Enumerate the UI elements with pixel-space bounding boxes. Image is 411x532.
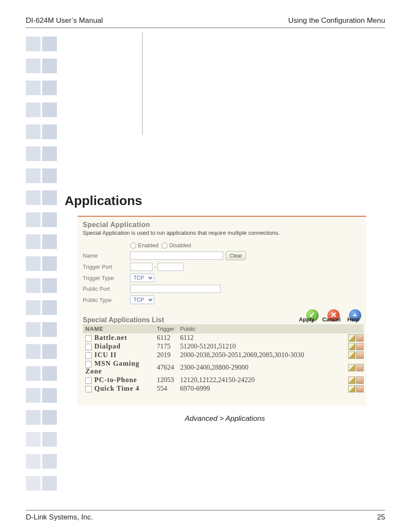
dash-label: - (153, 264, 158, 270)
row-checkbox[interactable] (85, 344, 92, 350)
screenshot-panel: Special Application Special Application … (78, 216, 366, 406)
public-port-label: Public Port (83, 286, 130, 292)
col-name: NAME (85, 326, 157, 332)
trigger-port-label: Trigger Port (83, 264, 130, 270)
table-row: Battle.net61126112 (83, 333, 364, 342)
delete-icon[interactable] (356, 364, 364, 371)
figure-caption: Advanced > Applications (65, 414, 385, 423)
delete-icon[interactable] (356, 352, 364, 359)
decorative-column-2 (42, 37, 57, 491)
footer-left: D-Link Systems, Inc. (26, 513, 93, 522)
edit-icon[interactable] (348, 376, 355, 384)
row-trigger: 7175 (157, 342, 180, 350)
cancel-label: Cancel (320, 316, 343, 323)
row-public: 2300-2400,28800-29000 (180, 364, 348, 371)
footer-right: 25 (377, 513, 385, 522)
row-name: Dialpad (94, 342, 121, 350)
table-row: PC-to-Phone1205312120,12122,24150-24220 (83, 376, 364, 384)
row-checkbox[interactable] (85, 361, 92, 367)
header-right: Using the Configuration Menu (288, 16, 385, 25)
row-trigger: 12053 (157, 376, 180, 384)
table-row: MSN Gaming Zone476242300-2400,28800-2900… (83, 359, 364, 376)
row-name: Quick Time 4 (94, 385, 140, 392)
delete-icon[interactable] (356, 385, 364, 392)
enabled-label: Enabled (138, 242, 159, 249)
delete-icon[interactable] (356, 334, 364, 342)
table-row: Quick Time 45546970-6999 (83, 384, 364, 393)
help-label: Help (345, 316, 362, 323)
public-type-label: Public Type (83, 297, 130, 303)
vertical-rule (142, 32, 143, 135)
header-left: DI-624M User’s Manual (26, 16, 103, 25)
row-public: 51200-51201,51210 (180, 342, 348, 350)
row-name: MSN Gaming Zone (85, 360, 140, 375)
table-row: ICU II20192000-2038,2050-2051,2069,2085,… (83, 351, 364, 359)
disabled-radio[interactable] (162, 243, 168, 249)
edit-icon[interactable] (348, 343, 355, 350)
row-trigger: 2019 (157, 351, 180, 359)
trigger-type-label: Trigger Type (83, 275, 130, 281)
row-public: 2000-2038,2050-2051,2069,2085,3010-3030 (180, 351, 348, 359)
trigger-port-end-input[interactable] (158, 263, 184, 271)
clear-button[interactable]: Clear (226, 251, 246, 260)
edit-icon[interactable] (348, 385, 355, 392)
panel-desc: Special Application is used to run appli… (83, 230, 364, 236)
delete-icon[interactable] (356, 343, 364, 350)
name-label: Name (83, 252, 130, 259)
trigger-type-select[interactable]: TCP (130, 274, 154, 282)
public-type-select[interactable]: TCP (130, 296, 154, 304)
row-trigger: 47624 (157, 364, 180, 371)
trigger-port-start-input[interactable] (130, 263, 153, 271)
row-trigger: 554 (157, 385, 180, 392)
col-public: Public (180, 326, 348, 332)
disabled-label: Disabled (169, 242, 191, 249)
row-trigger: 6112 (157, 334, 180, 342)
section-title: Applications (65, 193, 385, 208)
row-public: 12120,12122,24150-24220 (180, 376, 348, 384)
row-checkbox[interactable] (85, 386, 92, 392)
row-name: PC-to-Phone (94, 376, 137, 383)
enabled-radio[interactable] (130, 243, 136, 249)
public-port-input[interactable] (130, 285, 221, 293)
panel-title: Special Application (83, 221, 364, 229)
delete-icon[interactable] (356, 376, 364, 384)
table-row: Dialpad717551200-51201,51210 (83, 342, 364, 351)
row-name: Battle.net (94, 334, 127, 341)
row-checkbox[interactable] (85, 377, 92, 384)
name-input[interactable] (130, 252, 223, 260)
row-checkbox[interactable] (85, 335, 92, 342)
row-checkbox[interactable] (85, 352, 92, 359)
edit-icon[interactable] (348, 334, 355, 342)
row-name: ICU II (94, 351, 117, 358)
row-public: 6112 (180, 334, 348, 342)
list-header: NAME Trigger Public (83, 324, 364, 333)
decorative-column-1 (26, 37, 40, 491)
edit-icon[interactable] (348, 352, 355, 359)
apply-label: Apply (295, 316, 318, 323)
col-trigger: Trigger (157, 326, 180, 332)
row-public: 6970-6999 (180, 385, 348, 392)
edit-icon[interactable] (348, 364, 355, 371)
